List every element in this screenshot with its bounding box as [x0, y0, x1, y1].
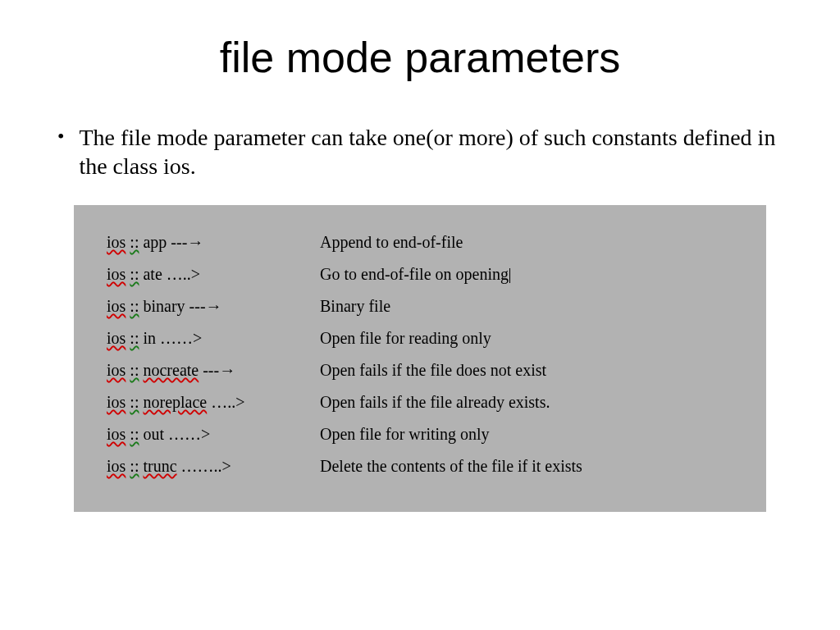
param-name: app — [143, 233, 167, 251]
param-cell: ios :: binary ---→ — [107, 297, 320, 316]
param-name: out — [143, 425, 164, 443]
param-name: in — [143, 329, 156, 347]
connector: …… — [160, 329, 193, 347]
ios-prefix: ios — [107, 393, 126, 411]
bullet-text: The file mode parameter can take one(or … — [79, 123, 791, 180]
connector-tail: > — [235, 393, 244, 411]
param-cell: ios :: nocreate ---→ — [107, 361, 320, 380]
arrow-icon: → — [206, 297, 222, 315]
connector: --- — [189, 297, 206, 315]
connector: …… — [168, 425, 201, 443]
table-row: ios :: ate …..>Go to end-of-file on open… — [107, 265, 733, 284]
table-row: ios :: in ……>Open file for reading only — [107, 329, 733, 348]
scope-separator: :: — [130, 233, 139, 251]
arrow-icon: → — [187, 233, 203, 251]
bullet-dot: • — [57, 123, 64, 180]
param-name: nocreate — [143, 361, 199, 379]
slide-title: file mode parameters — [49, 33, 791, 82]
table-row: ios :: out ……>Open file for writing only — [107, 425, 733, 444]
table-row: ios :: nocreate ---→Open fails if the fi… — [107, 361, 733, 380]
connector-tail: > — [193, 329, 202, 347]
connector-tail: > — [222, 457, 231, 475]
parameters-table: ios :: app ---→Append to end-of-fileios … — [74, 205, 766, 512]
param-name: trunc — [143, 457, 176, 475]
description-cell: Open fails if the file does not exist — [320, 361, 733, 380]
scope-separator: :: — [130, 297, 139, 315]
table-row: ios :: noreplace …..>Open fails if the f… — [107, 393, 733, 412]
ios-prefix: ios — [107, 361, 126, 379]
bullet-list: • The file mode parameter can take one(o… — [57, 123, 791, 180]
connector: …….. — [181, 457, 222, 475]
ios-prefix: ios — [107, 297, 126, 315]
param-cell: ios :: in ……> — [107, 329, 320, 348]
scope-separator: :: — [130, 265, 139, 283]
table-row: ios :: binary ---→Binary file — [107, 297, 733, 316]
param-name: noreplace — [143, 393, 207, 411]
param-cell: ios :: noreplace …..> — [107, 393, 320, 412]
description-cell: Open file for writing only — [320, 425, 733, 444]
scope-separator: :: — [130, 425, 139, 443]
param-cell: ios :: trunc ……..> — [107, 457, 320, 476]
description-cell: Go to end-of-file on opening — [320, 265, 733, 284]
table-row: ios :: trunc ……..>Delete the contents of… — [107, 457, 733, 476]
scope-separator: :: — [130, 457, 139, 475]
scope-separator: :: — [130, 329, 139, 347]
param-name: ate — [143, 265, 162, 283]
ios-prefix: ios — [107, 265, 126, 283]
description-cell: Open fails if the file already exists. — [320, 393, 733, 412]
ios-prefix: ios — [107, 457, 126, 475]
table-row: ios :: app ---→Append to end-of-file — [107, 233, 733, 252]
text-cursor — [509, 268, 510, 283]
arrow-icon: → — [219, 361, 235, 379]
description-cell: Open file for reading only — [320, 329, 733, 348]
scope-separator: :: — [130, 393, 139, 411]
ios-prefix: ios — [107, 233, 126, 251]
connector: ….. — [167, 265, 191, 283]
connector-tail: > — [201, 425, 210, 443]
param-cell: ios :: app ---→ — [107, 233, 320, 252]
connector: ….. — [211, 393, 235, 411]
connector-tail: > — [191, 265, 200, 283]
param-cell: ios :: ate …..> — [107, 265, 320, 284]
param-name: binary — [143, 297, 185, 315]
bullet-item: • The file mode parameter can take one(o… — [57, 123, 791, 180]
ios-prefix: ios — [107, 329, 126, 347]
description-cell: Binary file — [320, 297, 733, 316]
param-cell: ios :: out ……> — [107, 425, 320, 444]
description-cell: Delete the contents of the file if it ex… — [320, 457, 733, 476]
ios-prefix: ios — [107, 425, 126, 443]
description-cell: Append to end-of-file — [320, 233, 733, 252]
connector: --- — [203, 361, 219, 379]
scope-separator: :: — [130, 361, 139, 379]
connector: --- — [171, 233, 187, 251]
slide: file mode parameters • The file mode par… — [0, 0, 840, 630]
